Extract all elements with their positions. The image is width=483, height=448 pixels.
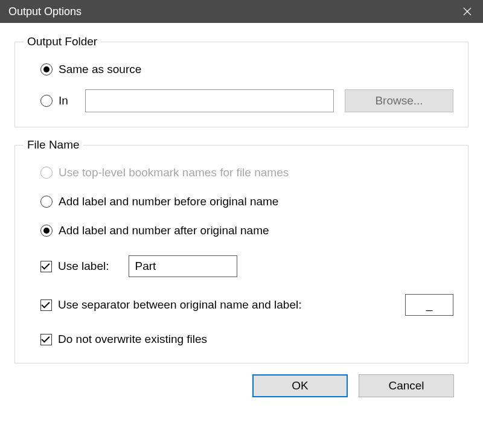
output-folder-legend: Output Folder <box>24 35 101 48</box>
add-after-row: Add label and number after original name <box>40 224 453 237</box>
use-separator-text[interactable]: Use separator between original name and … <box>58 298 301 312</box>
use-bookmark-row: Use top-level bookmark names for file na… <box>40 166 453 179</box>
use-label-checkbox[interactable] <box>40 261 52 272</box>
no-overwrite-row: Do not overwrite existing files <box>40 333 453 346</box>
close-button[interactable] <box>452 0 483 23</box>
folder-path-input[interactable] <box>85 89 334 112</box>
use-label-row: Use label: <box>40 255 453 277</box>
add-after-label[interactable]: Add label and number after original name <box>59 224 269 237</box>
same-as-source-row: Same as source <box>40 63 453 76</box>
ok-button[interactable]: OK <box>252 374 348 397</box>
in-folder-label[interactable]: In <box>59 94 68 107</box>
add-after-radio[interactable] <box>40 225 53 237</box>
use-separator-row: Use separator between original name and … <box>40 294 453 316</box>
button-row: OK Cancel <box>14 374 469 397</box>
use-label-text[interactable]: Use label: <box>58 260 109 273</box>
dialog-content: Output Folder Same as source In Browse..… <box>0 23 483 409</box>
in-folder-radio[interactable] <box>40 95 53 107</box>
use-bookmark-radio <box>40 167 53 179</box>
add-before-radio[interactable] <box>40 196 53 208</box>
same-as-source-radio[interactable] <box>40 63 53 75</box>
no-overwrite-text[interactable]: Do not overwrite existing files <box>58 333 207 346</box>
close-icon <box>463 7 472 16</box>
window-title: Output Options <box>8 5 82 18</box>
file-name-group: File Name Use top-level bookmark names f… <box>14 138 469 363</box>
in-folder-row: In Browse... <box>40 89 453 112</box>
cancel-button[interactable]: Cancel <box>359 374 454 397</box>
add-before-label[interactable]: Add label and number before original nam… <box>59 195 278 208</box>
label-input[interactable] <box>129 255 237 277</box>
use-bookmark-label: Use top-level bookmark names for file na… <box>59 166 289 179</box>
titlebar: Output Options <box>0 0 483 23</box>
output-folder-group: Output Folder Same as source In Browse..… <box>14 35 469 127</box>
same-as-source-label[interactable]: Same as source <box>59 63 141 76</box>
separator-input[interactable] <box>405 294 453 316</box>
file-name-legend: File Name <box>24 138 83 152</box>
add-before-row: Add label and number before original nam… <box>40 195 453 208</box>
no-overwrite-checkbox[interactable] <box>40 334 52 345</box>
browse-button[interactable]: Browse... <box>345 89 453 112</box>
use-separator-checkbox[interactable] <box>40 299 52 311</box>
